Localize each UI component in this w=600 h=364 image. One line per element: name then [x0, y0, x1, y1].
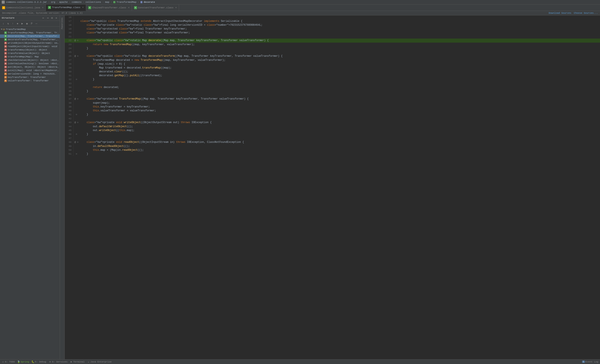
- settings-button[interactable]: ⚙: [50, 16, 54, 20]
- sidebar-item-item-constructor1[interactable]: CTransformedMap(Map, Transformer, Transf…: [0, 31, 60, 35]
- show-fields-button[interactable]: ●: [15, 21, 20, 26]
- sidebar-item-item-keyTransformer[interactable]: FkeyTransformer: Transformer: [0, 75, 60, 79]
- sidebar-item-item-decorateTransform[interactable]: MdecorateTransform(Map, Transformer, Tra…: [0, 38, 60, 41]
- sidebar-item-item-put[interactable]: Mput(Object, Object): Object ↑AbstractMa…: [0, 65, 60, 69]
- line-code-32[interactable]: }: [80, 77, 600, 82]
- line-code-16[interactable]: [80, 15, 600, 19]
- line-code-46[interactable]: }: [80, 132, 600, 136]
- tab-constant[interactable]: C ConstantTransformer.class ×: [132, 4, 179, 11]
- services-button[interactable]: ⚙ 8: Services: [49, 361, 68, 363]
- breadcrumb-apache[interactable]: apache: [59, 1, 68, 3]
- line-code-38[interactable]: super(map);: [80, 101, 600, 105]
- sidebar-item-item-valueTransformer[interactable]: FvalueTransformer: Transformer: [0, 79, 60, 83]
- line-code-47[interactable]: [80, 136, 600, 140]
- todo-button[interactable]: ☑ 6: TODO: [2, 361, 15, 363]
- sidebar-item-item-readObject[interactable]: MreadObject(ObjectInputStream): void: [0, 45, 60, 48]
- line-code-20[interactable]: class="kw">protected class="kw">final Tr…: [80, 31, 600, 35]
- sidebar-item-item-transformKey[interactable]: MtransformKey(Object): Object: [0, 48, 60, 52]
- sidebar-item-item-writeObject[interactable]: MwriteObject(ObjectOutputStream): void: [0, 41, 60, 45]
- line-code-36[interactable]: [80, 93, 600, 97]
- sidebar-item-item-isSetValue[interactable]: MisSetValueChecking(): boolean ↑Abstract…: [0, 62, 60, 65]
- line-code-21[interactable]: [80, 35, 600, 38]
- download-sources-link[interactable]: Download Sources: [549, 12, 571, 14]
- tab-commons1[interactable]: J CommonsCollections1.java ×: [0, 4, 46, 11]
- debug-button[interactable]: 🐛 5: Debug: [32, 361, 46, 363]
- favorites-vtab[interactable]: Favorites: [60, 16, 64, 30]
- sidebar-item-item-transformMap[interactable]: MtransformMap(Map): Map: [0, 55, 60, 58]
- show-anonymous-button[interactable]: ◉: [25, 21, 29, 26]
- line-code-48[interactable]: class="kw">private void readObject((Obje…: [80, 140, 600, 144]
- line-number-37: 37: [65, 97, 73, 101]
- sidebar-item-item-serialVersionUID[interactable]: FserialVersionUID: long = 70231523…: [0, 72, 60, 75]
- tab-constant-close[interactable]: ×: [175, 6, 177, 9]
- close-sidebar-button[interactable]: ✕: [55, 16, 58, 20]
- show-methods-button[interactable]: ▶: [20, 21, 24, 26]
- line-code-27[interactable]: TransformedMap decorated = new Transform…: [80, 58, 600, 62]
- autoscroll-button[interactable]: ↔: [34, 21, 38, 26]
- line-code-22[interactable]: class="kw">public class="kw">static Map …: [80, 38, 600, 43]
- line-code-34[interactable]: return decorated;: [80, 85, 600, 89]
- expand-all-button[interactable]: ⇥: [46, 16, 49, 20]
- event-log-button[interactable]: 1 Event Log: [582, 361, 598, 363]
- line-code-35[interactable]: }: [80, 89, 600, 93]
- line-code-39[interactable]: this.keyTransformer = keyTransformer;: [80, 105, 600, 109]
- line-code-40[interactable]: this.valueTransformer = valueTransformer…: [80, 109, 600, 113]
- breadcrumb-commons[interactable]: commons: [72, 1, 82, 3]
- line-code-45[interactable]: out.writeObject((this.map);: [80, 129, 600, 132]
- line-code-42[interactable]: [80, 117, 600, 121]
- member-icon-item-transformMap: M: [4, 56, 7, 58]
- line-code-26[interactable]: class="kw">public class="kw">static Map …: [80, 54, 600, 58]
- line-gutter-45: [73, 129, 80, 132]
- breadcrumb-org[interactable]: org: [51, 1, 55, 3]
- choose-sources-link[interactable]: Choose Sources...: [574, 12, 598, 14]
- sidebar-item-item-decorate[interactable]: Mdecorate(Map, Transformer, Transformer)…: [0, 35, 60, 38]
- spring-button[interactable]: 🍃 Spring: [17, 361, 29, 363]
- code-line-35: 35 }: [65, 89, 600, 93]
- collapse-all-button[interactable]: ⇤: [42, 16, 45, 20]
- tab-chained[interactable]: C ChainedTransformer.class ×: [86, 4, 132, 11]
- line-code-29[interactable]: Map transformed = decorated.transformMap…: [80, 66, 600, 70]
- sort-type-button[interactable]: ⇅: [6, 21, 10, 26]
- line-code-50[interactable]: this.map = (Map)in.readObject(();: [80, 148, 600, 152]
- show-public-button[interactable]: P: [29, 21, 34, 26]
- line-code-24[interactable]: }: [80, 47, 600, 50]
- decompile-info-text: Decompiled .class file, bytecode version…: [2, 12, 83, 14]
- line-code-33[interactable]: [80, 82, 600, 85]
- line-code-28[interactable]: if (map.size() > 0) {: [80, 62, 600, 66]
- breadcrumb-map[interactable]: map: [105, 1, 109, 3]
- line-code-51[interactable]: }: [80, 152, 600, 156]
- breadcrumb-method[interactable]: decorate: [144, 1, 155, 3]
- line-code-31[interactable]: decorated.getMap(().putAll((transformed)…: [80, 74, 600, 77]
- code-editor[interactable]: 1617class="kw">public class TransformedM…: [65, 15, 600, 359]
- show-inherited-button[interactable]: ↑: [11, 21, 15, 26]
- tab-chained-close[interactable]: ×: [128, 6, 130, 9]
- line-code-19[interactable]: class="kw">protected class="kw">final Tr…: [80, 27, 600, 31]
- fold-icon: ⊖: [77, 55, 79, 57]
- java-enterprise-button[interactable]: ☕ Java Enterprise: [87, 361, 112, 363]
- line-code-49[interactable]: in.defaultReadObject(();: [80, 144, 600, 148]
- sort-alpha-button[interactable]: ↕: [1, 21, 6, 26]
- line-code-17[interactable]: class="kw">public class TransformedMap e…: [80, 19, 600, 23]
- line-code-25[interactable]: [80, 50, 600, 54]
- tab-transformed[interactable]: C TransformedMap.class ×: [46, 4, 86, 11]
- line-code-37[interactable]: class="kw">protected TransformedMap((Map…: [80, 97, 600, 101]
- sidebar-item-item-putAll[interactable]: MputAll(Map): void ↑AbstractMapDecorator: [0, 69, 60, 72]
- line-code-18[interactable]: class="kw">private class="kw">static cla…: [80, 23, 600, 27]
- sidebar-item-item-checkSetValue[interactable]: McheckSetValue(Object): Object ↑Abstract…: [0, 58, 60, 62]
- line-code-30[interactable]: decorated.clear(();: [80, 70, 600, 74]
- breadcrumb-class[interactable]: TransformedMap: [117, 1, 136, 3]
- line-gutter-32: ⊖: [73, 77, 80, 82]
- member-label-item-decorate: decorate(Map, Transformer, Transformer):…: [8, 35, 59, 37]
- tree-root-node[interactable]: ▼ 🗂 TransformedMap: [0, 28, 60, 31]
- member-label-item-constructor1: TransformedMap(Map, Transformer, Transf…: [8, 31, 59, 34]
- line-code-44[interactable]: out.defaultWriteObject(();: [80, 125, 600, 129]
- line-code-43[interactable]: class="kw">private void writeObject((Obj…: [80, 121, 600, 125]
- breadcrumb-collections[interactable]: collections: [86, 1, 101, 3]
- terminal-button[interactable]: ▶ Terminal: [70, 361, 84, 363]
- tab-transformed-close[interactable]: ×: [82, 6, 84, 9]
- sidebar-item-item-transformValue[interactable]: MtransformValue(Object): Object: [0, 52, 60, 55]
- breadcrumb-jar[interactable]: commons-collections-3.2.2.jar: [6, 1, 47, 3]
- line-code-23[interactable]: return new TransformedMap((map, keyTrans…: [80, 43, 600, 47]
- tab-commons1-close[interactable]: ×: [42, 6, 44, 9]
- line-code-41[interactable]: }: [80, 113, 600, 117]
